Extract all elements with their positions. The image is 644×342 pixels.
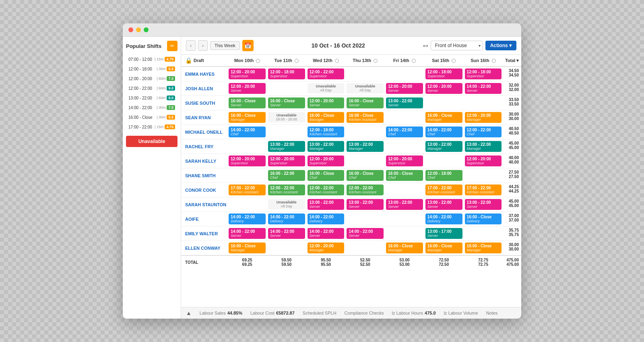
shift-cell-2[interactable]: 12:00 - 22:00Kitchen Assistant <box>306 183 346 197</box>
shift-block[interactable]: 13:00 - 22:00Manager <box>425 141 462 152</box>
shift-cell-4[interactable]: 12:00 - 20:00Supervisor <box>385 154 424 168</box>
shift-block[interactable]: 13:00 - 22:00Server <box>465 199 502 210</box>
maximize-button[interactable] <box>144 27 149 32</box>
shift-block[interactable]: 17:00 - 22:00Kitchen Assistant <box>425 184 462 195</box>
shift-cell-5[interactable] <box>424 96 464 110</box>
shift-cell-4[interactable]: 13:00 - 22:00Server <box>385 96 424 110</box>
shift-cell-1[interactable]: 16:00 - 22:00Chef <box>267 168 306 183</box>
shift-block[interactable]: 12:00 - 20:00Manager <box>308 243 345 253</box>
shift-cell-4[interactable] <box>385 226 424 241</box>
shift-cell-0[interactable]: 12:00 - 20:00Supervisor <box>227 154 267 168</box>
shift-block[interactable]: 16:00 - CloseManager <box>229 112 266 123</box>
shift-block[interactable]: 16:00 - CloseManager <box>425 243 462 253</box>
shift-block[interactable]: 12:00 - 20:00Supervisor <box>465 155 502 166</box>
shift-cell-1[interactable]: UnavailableAll Day <box>267 197 306 212</box>
shift-block[interactable]: 12:00 - 20:00Server <box>425 83 462 94</box>
shift-cell-5[interactable]: 12:00 - 20:00Server <box>424 81 464 96</box>
shift-block[interactable]: 12:00 - 20:00Supervisor <box>308 155 345 166</box>
shift-cell-0[interactable] <box>227 197 267 212</box>
shift-block[interactable]: 12:00 - 22:00Kitchen Assistant <box>268 184 305 195</box>
shift-block[interactable]: 16:00 - CloseServer <box>229 97 266 108</box>
shift-block[interactable]: 13:00 - 17:00Server <box>425 228 462 239</box>
shift-cell-0[interactable]: 16:00 - CloseManager <box>227 241 267 256</box>
shift-cell-5[interactable]: 16:00 - CloseManager <box>424 241 464 256</box>
shift-cell-2[interactable]: 12:00 - 20:00Supervisor <box>306 154 346 168</box>
employee-name[interactable]: SHANE SMITH <box>181 168 227 183</box>
shift-block[interactable]: 12:00 - 20:00Supervisor <box>386 155 423 166</box>
shift-cell-6[interactable]: 12:00 - 18:00Supervisor <box>464 66 503 81</box>
actions-button[interactable]: Actions ▾ <box>485 41 516 50</box>
shift-block[interactable]: 16:00 - CloseServer <box>268 97 305 108</box>
shift-block[interactable]: 12:00 - 20:00Server <box>308 97 345 108</box>
shift-cell-1[interactable]: Unavailable18:00 - 20:00 <box>267 110 306 125</box>
shift-item[interactable]: 12:00 - 22:00 | 60m 9.0 <box>126 84 178 92</box>
shift-block[interactable]: 14:00 - 22:00Delivery <box>229 213 266 224</box>
employee-name[interactable]: MICHAEL ONEILL <box>181 125 227 139</box>
shift-item[interactable]: 12:00 - 20:00 | 60m 7.0 <box>126 75 178 83</box>
shift-item[interactable]: 16:00 - Close | 30m 5.5 <box>126 113 178 121</box>
shift-cell-3[interactable] <box>345 66 385 81</box>
shift-block[interactable]: 13:00 - 22:00Server <box>386 97 423 108</box>
shift-block[interactable]: 13:00 - 22:00Server <box>386 199 423 210</box>
shift-cell-3[interactable]: 12:00 - 22:00Kitchen Assistant <box>345 183 385 197</box>
shift-cell-0[interactable]: 14:00 - 22:00Server <box>227 226 267 241</box>
shift-cell-2[interactable]: 13:00 - 22:00Manager <box>306 139 346 154</box>
shift-block[interactable]: 14:00 - 22:00Server <box>229 228 266 239</box>
shift-cell-5[interactable]: 13:00 - 17:00Server <box>424 226 464 241</box>
shift-cell-5[interactable]: 13:00 - 22:00Server <box>424 197 464 212</box>
edit-icon[interactable]: ✏ <box>167 41 178 51</box>
header-day-4[interactable]: Fri 14th <box>385 55 424 66</box>
shift-cell-5[interactable] <box>424 154 464 168</box>
shift-cell-1[interactable]: 16:00 - CloseServer <box>267 96 306 110</box>
employee-name[interactable]: RACHEL FRY <box>181 139 227 154</box>
shift-cell-3[interactable]: 13:00 - 22:00Manager <box>345 139 385 154</box>
shift-block[interactable]: 14:00 - 22:00Delivery <box>425 213 462 224</box>
shift-cell-2[interactable]: 14:00 - 22:00Delivery <box>306 212 346 226</box>
this-week-button[interactable]: This Week <box>210 41 240 50</box>
shift-cell-1[interactable] <box>267 125 306 139</box>
shift-cell-6[interactable]: 12:00 - 22:00Chef <box>464 125 503 139</box>
shift-cell-4[interactable]: 14:00 - 22:00Chef <box>385 125 424 139</box>
shift-cell-2[interactable]: 14:00 - 22:00Server <box>306 226 346 241</box>
close-button[interactable] <box>128 27 133 32</box>
shift-cell-0[interactable]: 14:00 - 22:00Delivery <box>227 212 267 226</box>
next-week-button[interactable]: › <box>198 40 208 51</box>
shift-block[interactable]: 13:00 - 22:00Server <box>308 199 345 210</box>
header-day-6[interactable]: Sun 16th <box>464 55 503 66</box>
shift-block[interactable]: 12:00 - 20:00Supervisor <box>268 155 305 166</box>
shift-cell-2[interactable]: 16:00 - CloseManager <box>306 110 346 125</box>
shift-cell-2[interactable]: 12:00 - 19:00Kitchen Assistant <box>306 125 346 139</box>
shift-cell-3[interactable] <box>345 125 385 139</box>
shift-block[interactable]: 12:00 - 20:00Supervisor <box>229 155 266 166</box>
shift-block[interactable]: 16:00 - CloseChef <box>386 170 423 181</box>
shift-item[interactable]: 07:00 - 12:00 | 15m 4.75 <box>126 55 178 63</box>
employee-name[interactable]: SUSIE SOUTH <box>181 96 227 110</box>
shift-block[interactable]: 12:00 - 22:00Chef <box>465 126 502 137</box>
shift-block[interactable]: 14:00 - 22:00Server <box>308 228 345 239</box>
shift-block[interactable]: 14:00 - 22:00Delivery <box>308 213 345 224</box>
minimize-button[interactable] <box>136 27 141 32</box>
shift-block[interactable]: 16:00 - 22:00Chef <box>268 170 305 181</box>
shift-cell-0[interactable] <box>227 168 267 183</box>
shift-block[interactable]: 16:00 - CloseServer <box>347 97 384 108</box>
shift-cell-3[interactable]: 16:00 - CloseKitchen Assistant <box>345 110 385 125</box>
employee-name[interactable]: JOSH ALLEN <box>181 81 227 96</box>
shift-cell-5[interactable]: 17:00 - 22:00Kitchen Assistant <box>424 183 464 197</box>
header-day-0[interactable]: Mon 10th <box>227 55 267 66</box>
shift-cell-0[interactable]: 12:00 - 20:00Supervisor <box>227 66 267 81</box>
shift-block[interactable]: 16:00 - CloseKitchen Assistant <box>347 112 384 123</box>
shift-cell-4[interactable] <box>385 139 424 154</box>
shift-block[interactable]: 14:00 - 22:00Server <box>465 83 502 94</box>
shift-cell-2[interactable]: UnavailableAll Day <box>306 81 346 96</box>
shift-cell-5[interactable]: 13:00 - 22:00Manager <box>424 139 464 154</box>
shift-cell-4[interactable] <box>385 212 424 226</box>
shift-cell-6[interactable]: 17:00 - 22:00Kitchen Assistant <box>464 183 503 197</box>
shift-block[interactable]: 13:00 - 22:00Manager <box>308 141 345 152</box>
shift-block[interactable]: 12:00 - 22:00Kitchen Assistant <box>308 184 345 195</box>
shift-cell-6[interactable]: 16:00 - CloseManager <box>464 241 503 256</box>
shift-cell-0[interactable]: 14:00 - 22:00Chef <box>227 125 267 139</box>
shift-cell-5[interactable]: 12:00 - 18:00Supervisor <box>424 66 464 81</box>
employee-name[interactable]: SEAN RYAN <box>181 110 227 125</box>
shift-cell-6[interactable] <box>464 226 503 241</box>
shift-cell-1[interactable] <box>267 81 306 96</box>
